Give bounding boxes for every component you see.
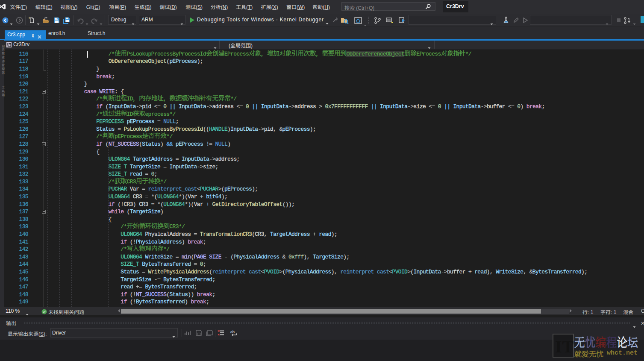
svg-text:ab: ab bbox=[230, 330, 235, 334]
